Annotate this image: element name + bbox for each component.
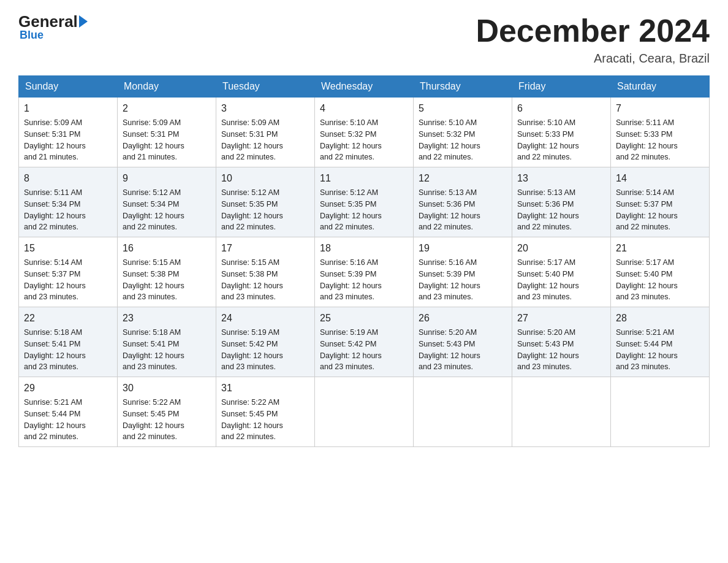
day-info: Sunrise: 5:12 AMSunset: 5:34 PMDaylight:…: [123, 187, 211, 233]
calendar-cell: 21Sunrise: 5:17 AMSunset: 5:40 PMDayligh…: [611, 237, 710, 307]
day-info: Sunrise: 5:22 AMSunset: 5:45 PMDaylight:…: [221, 397, 309, 443]
day-info: Sunrise: 5:10 AMSunset: 5:32 PMDaylight:…: [320, 117, 408, 163]
calendar-cell: 3Sunrise: 5:09 AMSunset: 5:31 PMDaylight…: [216, 98, 315, 167]
calendar-cell: 18Sunrise: 5:16 AMSunset: 5:39 PMDayligh…: [315, 237, 414, 307]
day-number: 26: [419, 311, 507, 326]
logo-blue: Blue: [20, 29, 44, 42]
calendar-header-row: SundayMondayTuesdayWednesdayThursdayFrid…: [19, 76, 710, 98]
day-info: Sunrise: 5:18 AMSunset: 5:41 PMDaylight:…: [24, 327, 112, 373]
day-number: 10: [221, 171, 309, 186]
calendar-cell: 30Sunrise: 5:22 AMSunset: 5:45 PMDayligh…: [118, 377, 216, 447]
day-info: Sunrise: 5:19 AMSunset: 5:42 PMDaylight:…: [320, 327, 408, 373]
day-info: Sunrise: 5:11 AMSunset: 5:33 PMDaylight:…: [616, 117, 704, 163]
day-info: Sunrise: 5:13 AMSunset: 5:36 PMDaylight:…: [517, 187, 605, 233]
day-number: 24: [221, 311, 309, 326]
header-sunday: Sunday: [19, 76, 118, 98]
day-number: 25: [320, 311, 408, 326]
day-number: 30: [123, 381, 211, 396]
logo: General Blue: [18, 12, 88, 42]
day-info: Sunrise: 5:10 AMSunset: 5:33 PMDaylight:…: [517, 117, 605, 163]
calendar-cell: 9Sunrise: 5:12 AMSunset: 5:34 PMDaylight…: [118, 167, 216, 237]
calendar-cell: 29Sunrise: 5:21 AMSunset: 5:44 PMDayligh…: [19, 377, 118, 447]
page-header: General Blue December 2024 Aracati, Cear…: [18, 12, 710, 66]
day-number: 16: [123, 241, 211, 256]
calendar-cell: 7Sunrise: 5:11 AMSunset: 5:33 PMDaylight…: [611, 98, 710, 167]
calendar-cell: 5Sunrise: 5:10 AMSunset: 5:32 PMDaylight…: [414, 98, 512, 167]
day-info: Sunrise: 5:19 AMSunset: 5:42 PMDaylight:…: [221, 327, 309, 373]
day-info: Sunrise: 5:09 AMSunset: 5:31 PMDaylight:…: [123, 117, 211, 163]
calendar-cell: 17Sunrise: 5:15 AMSunset: 5:38 PMDayligh…: [216, 237, 315, 307]
header-wednesday: Wednesday: [315, 76, 414, 98]
calendar-cell: 1Sunrise: 5:09 AMSunset: 5:31 PMDaylight…: [19, 98, 118, 167]
location: Aracati, Ceara, Brazil: [476, 52, 710, 66]
calendar-cell: [315, 377, 414, 447]
calendar-cell: 23Sunrise: 5:18 AMSunset: 5:41 PMDayligh…: [118, 307, 216, 377]
title-block: December 2024 Aracati, Ceara, Brazil: [476, 12, 710, 66]
day-number: 29: [24, 381, 112, 396]
calendar-cell: 14Sunrise: 5:14 AMSunset: 5:37 PMDayligh…: [611, 167, 710, 237]
calendar-cell: 20Sunrise: 5:17 AMSunset: 5:40 PMDayligh…: [512, 237, 611, 307]
day-number: 18: [320, 241, 408, 256]
day-number: 14: [616, 171, 704, 186]
header-thursday: Thursday: [414, 76, 512, 98]
day-number: 12: [419, 171, 507, 186]
calendar-cell: 19Sunrise: 5:16 AMSunset: 5:39 PMDayligh…: [414, 237, 512, 307]
calendar-cell: 24Sunrise: 5:19 AMSunset: 5:42 PMDayligh…: [216, 307, 315, 377]
day-info: Sunrise: 5:12 AMSunset: 5:35 PMDaylight:…: [320, 187, 408, 233]
day-number: 5: [419, 101, 507, 116]
day-number: 1: [24, 101, 112, 116]
calendar-cell: 15Sunrise: 5:14 AMSunset: 5:37 PMDayligh…: [19, 237, 118, 307]
day-number: 7: [616, 101, 704, 116]
day-info: Sunrise: 5:16 AMSunset: 5:39 PMDaylight:…: [320, 257, 408, 303]
day-number: 8: [24, 171, 112, 186]
day-info: Sunrise: 5:10 AMSunset: 5:32 PMDaylight:…: [419, 117, 507, 163]
day-info: Sunrise: 5:16 AMSunset: 5:39 PMDaylight:…: [419, 257, 507, 303]
calendar-cell: 4Sunrise: 5:10 AMSunset: 5:32 PMDaylight…: [315, 98, 414, 167]
day-number: 21: [616, 241, 704, 256]
calendar-cell: 27Sunrise: 5:20 AMSunset: 5:43 PMDayligh…: [512, 307, 611, 377]
header-saturday: Saturday: [611, 76, 710, 98]
day-number: 4: [320, 101, 408, 116]
month-title: December 2024: [476, 12, 710, 49]
day-info: Sunrise: 5:11 AMSunset: 5:34 PMDaylight:…: [24, 187, 112, 233]
calendar-week-row: 8Sunrise: 5:11 AMSunset: 5:34 PMDaylight…: [19, 167, 710, 237]
day-info: Sunrise: 5:21 AMSunset: 5:44 PMDaylight:…: [616, 327, 704, 373]
calendar-cell: 6Sunrise: 5:10 AMSunset: 5:33 PMDaylight…: [512, 98, 611, 167]
calendar-cell: 25Sunrise: 5:19 AMSunset: 5:42 PMDayligh…: [315, 307, 414, 377]
day-info: Sunrise: 5:14 AMSunset: 5:37 PMDaylight:…: [616, 187, 704, 233]
calendar-cell: 26Sunrise: 5:20 AMSunset: 5:43 PMDayligh…: [414, 307, 512, 377]
day-number: 11: [320, 171, 408, 186]
calendar-week-row: 22Sunrise: 5:18 AMSunset: 5:41 PMDayligh…: [19, 307, 710, 377]
day-info: Sunrise: 5:18 AMSunset: 5:41 PMDaylight:…: [123, 327, 211, 373]
calendar-cell: 22Sunrise: 5:18 AMSunset: 5:41 PMDayligh…: [19, 307, 118, 377]
calendar-cell: 10Sunrise: 5:12 AMSunset: 5:35 PMDayligh…: [216, 167, 315, 237]
day-number: 3: [221, 101, 309, 116]
calendar-cell: 11Sunrise: 5:12 AMSunset: 5:35 PMDayligh…: [315, 167, 414, 237]
day-number: 31: [221, 381, 309, 396]
day-info: Sunrise: 5:09 AMSunset: 5:31 PMDaylight:…: [24, 117, 112, 163]
day-number: 17: [221, 241, 309, 256]
day-info: Sunrise: 5:15 AMSunset: 5:38 PMDaylight:…: [221, 257, 309, 303]
calendar-cell: 8Sunrise: 5:11 AMSunset: 5:34 PMDaylight…: [19, 167, 118, 237]
calendar-cell: [512, 377, 611, 447]
calendar-cell: 28Sunrise: 5:21 AMSunset: 5:44 PMDayligh…: [611, 307, 710, 377]
day-info: Sunrise: 5:17 AMSunset: 5:40 PMDaylight:…: [616, 257, 704, 303]
day-info: Sunrise: 5:21 AMSunset: 5:44 PMDaylight:…: [24, 397, 112, 443]
calendar-cell: [414, 377, 512, 447]
calendar-cell: 16Sunrise: 5:15 AMSunset: 5:38 PMDayligh…: [118, 237, 216, 307]
calendar-cell: 13Sunrise: 5:13 AMSunset: 5:36 PMDayligh…: [512, 167, 611, 237]
day-info: Sunrise: 5:20 AMSunset: 5:43 PMDaylight:…: [419, 327, 507, 373]
day-number: 15: [24, 241, 112, 256]
day-info: Sunrise: 5:12 AMSunset: 5:35 PMDaylight:…: [221, 187, 309, 233]
header-monday: Monday: [118, 76, 216, 98]
calendar-cell: 12Sunrise: 5:13 AMSunset: 5:36 PMDayligh…: [414, 167, 512, 237]
calendar-cell: [611, 377, 710, 447]
day-number: 19: [419, 241, 507, 256]
day-info: Sunrise: 5:14 AMSunset: 5:37 PMDaylight:…: [24, 257, 112, 303]
calendar-week-row: 15Sunrise: 5:14 AMSunset: 5:37 PMDayligh…: [19, 237, 710, 307]
day-number: 2: [123, 101, 211, 116]
day-number: 6: [517, 101, 605, 116]
calendar-week-row: 29Sunrise: 5:21 AMSunset: 5:44 PMDayligh…: [19, 377, 710, 447]
header-friday: Friday: [512, 76, 611, 98]
calendar-cell: 31Sunrise: 5:22 AMSunset: 5:45 PMDayligh…: [216, 377, 315, 447]
